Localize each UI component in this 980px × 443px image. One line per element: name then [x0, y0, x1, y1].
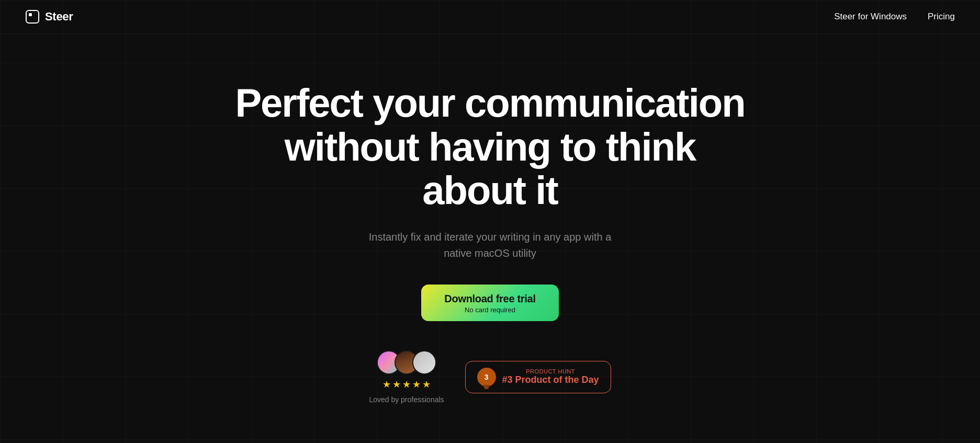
star-1: ★ — [382, 379, 391, 390]
star-3: ★ — [402, 379, 411, 390]
ph-text: PRODUCT HUNT #3 Product of the Day — [502, 368, 599, 385]
avatar-group — [377, 350, 436, 374]
ph-label: PRODUCT HUNT — [502, 368, 599, 374]
svg-rect-1 — [26, 10, 39, 23]
hero-title: Perfect your communication without havin… — [234, 81, 747, 212]
star-5: ★ — [422, 379, 431, 390]
download-cta-button[interactable]: Download free trial No card required — [421, 285, 558, 321]
nav-link-pricing[interactable]: Pricing — [928, 12, 955, 22]
logo-text: Steer — [45, 10, 73, 24]
ph-title: #3 Product of the Day — [502, 374, 599, 385]
navbar: Steer Steer for Windows Pricing — [0, 0, 980, 34]
cta-main-text: Download free trial — [444, 293, 535, 305]
hero-subtitle: Instantly fix and iterate your writing i… — [365, 229, 616, 262]
social-proof-row: ★ ★ ★ ★ ★ Loved by professionals 3 PRODU… — [369, 350, 611, 404]
hero-section: Perfect your communication without havin… — [0, 34, 980, 435]
nav-links: Steer for Windows Pricing — [834, 12, 955, 22]
avatars-stars-block: ★ ★ ★ ★ ★ Loved by professionals — [369, 350, 444, 404]
ph-medal-icon: 3 — [477, 368, 496, 387]
logo[interactable]: Steer — [25, 9, 73, 24]
stars-row: ★ ★ ★ ★ ★ — [382, 379, 431, 390]
product-hunt-badge[interactable]: 3 PRODUCT HUNT #3 Product of the Day — [465, 361, 611, 393]
steer-logo-icon — [25, 9, 40, 24]
star-4: ★ — [412, 379, 421, 390]
nav-link-windows[interactable]: Steer for Windows — [834, 12, 907, 22]
cta-sub-text: No card required — [465, 306, 515, 314]
avatar-3 — [412, 350, 436, 374]
loved-by-text: Loved by professionals — [369, 395, 444, 404]
svg-rect-2 — [29, 13, 32, 16]
star-2: ★ — [392, 379, 401, 390]
